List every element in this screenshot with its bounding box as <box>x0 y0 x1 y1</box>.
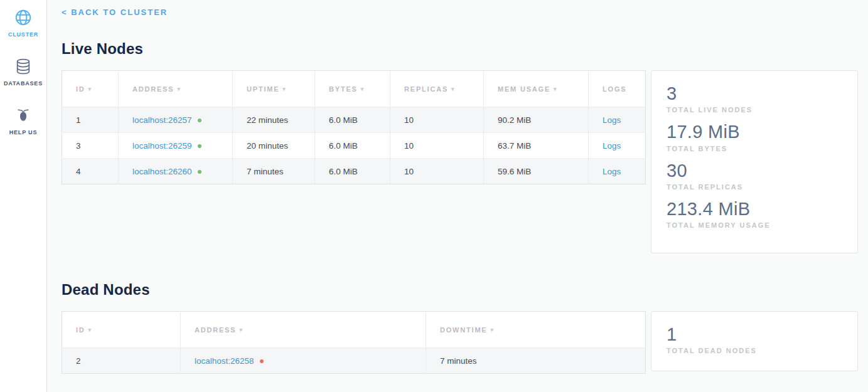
column-header-id[interactable]: ID▾ <box>62 71 119 107</box>
dead-nodes-section: ID▾ ADDRESS▾ DOWNTIME▾ 2 localhost:26258… <box>62 311 858 374</box>
stat-value: 17.9 MiB <box>667 122 842 142</box>
column-header-address[interactable]: ADDRESS▾ <box>181 312 426 348</box>
summary-stat: 30 TOTAL REPLICAS <box>667 161 842 191</box>
live-nodes-section: ID▾ ADDRESS▾ UPTIME▾ BYTES▾ REPLICAS▾ ME… <box>62 70 858 253</box>
logs-link[interactable]: Logs <box>603 141 621 151</box>
node-address-link[interactable]: localhost:26259 <box>132 141 192 151</box>
cell-uptime: 20 minutes <box>233 133 315 159</box>
sidebar-item-label: CLUSTER <box>8 31 38 38</box>
sidebar-item-help-us[interactable]: HELP US <box>9 105 37 135</box>
cell-id: 2 <box>62 348 181 374</box>
column-header-logs: LOGS <box>589 71 646 107</box>
logs-link[interactable]: Logs <box>603 115 621 125</box>
stat-value: 3 <box>667 83 842 104</box>
sort-arrow-icon: ▾ <box>88 86 92 92</box>
globe-icon <box>13 8 33 28</box>
cell-logs: Logs <box>589 107 646 133</box>
table-header-row: ID▾ ADDRESS▾ UPTIME▾ BYTES▾ REPLICAS▾ ME… <box>62 71 646 107</box>
main-content: < BACK TO CLUSTER Live Nodes ID▾ ADDRESS… <box>47 0 868 392</box>
cell-replicas: 10 <box>390 133 484 159</box>
table-row: 1 localhost:26257 22 minutes 6.0 MiB 10 … <box>62 107 646 133</box>
cell-address: localhost:26259 <box>119 133 233 159</box>
table-header-row: ID▾ ADDRESS▾ DOWNTIME▾ <box>62 312 646 348</box>
cell-id: 1 <box>62 107 119 133</box>
sidebar-item-label: DATABASES <box>4 80 43 87</box>
cell-downtime: 7 minutes <box>426 348 646 374</box>
stat-label: TOTAL REPLICAS <box>667 183 842 191</box>
cell-mem-usage: 90.2 MiB <box>484 107 589 133</box>
cell-bytes: 6.0 MiB <box>315 133 390 159</box>
cell-id: 3 <box>62 133 119 159</box>
summary-stat: 3 TOTAL LIVE NODES <box>667 83 842 114</box>
live-nodes-summary-card: 3 TOTAL LIVE NODES 17.9 MiB TOTAL BYTES … <box>651 70 858 253</box>
summary-stat: 1 TOTAL DEAD NODES <box>667 324 842 354</box>
dead-nodes-title: Dead Nodes <box>62 281 858 299</box>
cell-address: localhost:26260 <box>119 159 233 184</box>
sort-arrow-icon: ▾ <box>554 86 557 92</box>
stat-label: TOTAL BYTES <box>667 145 842 152</box>
node-address-link[interactable]: localhost:26258 <box>195 356 254 366</box>
cell-logs: Logs <box>589 159 646 184</box>
summary-stat: 213.4 MiB TOTAL MEMORY USAGE <box>667 199 842 229</box>
live-status-icon <box>198 170 201 174</box>
node-address-link[interactable]: localhost:26257 <box>132 115 192 125</box>
cell-address: localhost:26257 <box>119 107 233 133</box>
cell-logs: Logs <box>589 133 646 159</box>
cell-bytes: 6.0 MiB <box>315 107 390 133</box>
table-row: 4 localhost:26260 7 minutes 6.0 MiB 10 5… <box>62 159 646 184</box>
column-header-mem-usage[interactable]: MEM USAGE▾ <box>484 71 589 107</box>
cell-replicas: 10 <box>390 159 484 184</box>
bug-icon <box>13 105 33 125</box>
sort-arrow-icon: ▾ <box>451 86 455 92</box>
dead-status-icon <box>260 359 264 363</box>
column-header-address[interactable]: ADDRESS▾ <box>119 71 233 107</box>
cell-bytes: 6.0 MiB <box>315 159 390 184</box>
column-header-downtime[interactable]: DOWNTIME▾ <box>426 312 646 348</box>
stat-label: TOTAL DEAD NODES <box>667 347 842 354</box>
live-status-icon <box>198 119 201 122</box>
stat-label: TOTAL MEMORY USAGE <box>667 221 842 229</box>
column-header-bytes[interactable]: BYTES▾ <box>315 71 390 107</box>
live-status-icon <box>198 144 201 148</box>
cell-address: localhost:26258 <box>181 348 426 374</box>
cell-id: 4 <box>62 159 119 184</box>
column-header-uptime[interactable]: UPTIME▾ <box>233 71 315 107</box>
sort-arrow-icon: ▾ <box>239 327 243 333</box>
column-header-replicas[interactable]: REPLICAS▾ <box>390 71 484 107</box>
cell-uptime: 7 minutes <box>233 159 315 184</box>
sidebar: CLUSTER DATABASES HELP US <box>0 0 47 392</box>
column-header-id[interactable]: ID▾ <box>62 312 181 348</box>
stat-value: 1 <box>667 324 842 345</box>
sort-arrow-icon: ▾ <box>177 86 181 92</box>
sidebar-item-databases[interactable]: DATABASES <box>4 56 43 87</box>
dead-nodes-table: ID▾ ADDRESS▾ DOWNTIME▾ 2 localhost:26258… <box>62 311 646 374</box>
logs-link[interactable]: Logs <box>603 167 621 176</box>
sidebar-item-label: HELP US <box>9 129 37 135</box>
cell-mem-usage: 63.7 MiB <box>484 133 589 159</box>
dead-nodes-summary-card: 1 TOTAL DEAD NODES <box>651 311 858 371</box>
live-nodes-title: Live Nodes <box>62 40 858 58</box>
sort-arrow-icon: ▾ <box>491 327 495 333</box>
database-icon <box>13 56 33 77</box>
cell-mem-usage: 59.6 MiB <box>484 159 589 184</box>
live-nodes-table: ID▾ ADDRESS▾ UPTIME▾ BYTES▾ REPLICAS▾ ME… <box>62 70 646 184</box>
table-row: 2 localhost:26258 7 minutes <box>62 348 646 374</box>
table-row: 3 localhost:26259 20 minutes 6.0 MiB 10 … <box>62 133 646 159</box>
summary-stat: 17.9 MiB TOTAL BYTES <box>667 122 842 152</box>
node-address-link[interactable]: localhost:26260 <box>132 167 192 176</box>
back-to-cluster-link[interactable]: < BACK TO CLUSTER <box>62 8 168 17</box>
stat-value: 30 <box>667 161 842 181</box>
stat-value: 213.4 MiB <box>667 199 842 220</box>
sort-arrow-icon: ▾ <box>361 86 365 92</box>
sort-arrow-icon: ▾ <box>282 86 286 92</box>
sidebar-item-cluster[interactable]: CLUSTER <box>8 8 38 38</box>
cell-uptime: 22 minutes <box>233 107 315 133</box>
sort-arrow-icon: ▾ <box>88 327 92 333</box>
cell-replicas: 10 <box>390 107 484 133</box>
stat-label: TOTAL LIVE NODES <box>667 106 842 114</box>
